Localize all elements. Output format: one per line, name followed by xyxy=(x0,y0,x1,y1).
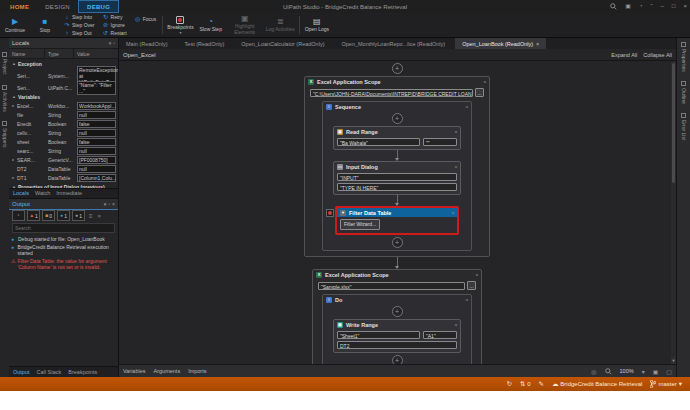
sheet-name-field[interactable]: "Ba Wahala" xyxy=(337,138,420,146)
collapse-activity-icon[interactable]: » xyxy=(464,105,470,108)
breakpoints-button[interactable]: Breakpoints ▾ xyxy=(165,13,195,37)
expand-all-link[interactable]: Expand All xyxy=(611,52,637,58)
collapse-activity-icon[interactable]: » xyxy=(453,130,459,133)
add-activity-node[interactable]: + xyxy=(392,237,403,248)
breakpoint-marker[interactable] xyxy=(326,209,334,217)
slow-step-button[interactable]: ◔ Slow Step xyxy=(196,13,226,37)
dialog-title-field[interactable]: "INPUT" xyxy=(337,173,457,181)
side-panel-tab[interactable]: Properties xyxy=(681,42,687,72)
output-message[interactable]: ● Debug started for file: Open_LoanBook xyxy=(11,236,116,242)
side-panel-tab[interactable]: Snippets xyxy=(2,121,8,147)
output-search-input[interactable] xyxy=(13,225,114,231)
collapse-activity-icon[interactable]: » xyxy=(482,80,488,83)
imports-tab[interactable]: Imports xyxy=(188,368,206,374)
side-panel-tab[interactable]: Activities xyxy=(2,85,8,112)
output-filter-button[interactable]: ■0 xyxy=(42,210,55,221)
locals-row[interactable]: sheet Boolean false xyxy=(9,137,118,146)
highlight-elements-button[interactable]: ▣ Highlight Elements xyxy=(226,13,264,37)
tab-debug[interactable]: DEBUG xyxy=(78,0,119,13)
maximize-button[interactable]: □ xyxy=(672,0,676,13)
read-range-activity[interactable]: ▦ Read Range » "Ba Wahala" "" xyxy=(333,126,461,150)
document-tab[interactable]: Open_LoanBook (ReadOnly) × xyxy=(455,38,546,49)
output-tool-icon[interactable]: ≡ xyxy=(89,213,93,219)
continue-button[interactable]: ▶ Continue xyxy=(0,13,30,37)
feedback-icon[interactable]: ▣ xyxy=(625,0,631,13)
output-tab[interactable]: Call Stack xyxy=(37,369,62,375)
step-button[interactable]: ↑Step Out xyxy=(64,30,95,36)
collapse-activity-icon[interactable]: » xyxy=(450,211,456,214)
git-branch[interactable]: master ▾ xyxy=(650,380,682,388)
refresh-icon[interactable]: ↻ xyxy=(507,380,512,388)
range-field[interactable]: "" xyxy=(423,138,457,146)
locals-tab[interactable]: Watch xyxy=(35,190,50,196)
step-button[interactable]: ↓Step Into xyxy=(64,14,95,20)
variables-tab[interactable]: Variables xyxy=(123,368,146,374)
input-dialog-activity[interactable]: ▭ Input Dialog » "INPUT" "TYPE IN HERE" xyxy=(333,161,461,195)
fit-to-screen-icon[interactable]: ▣ xyxy=(653,368,659,375)
close-icon[interactable]: × xyxy=(112,201,115,207)
source-control-changes[interactable]: ⇅ 0 xyxy=(520,380,531,388)
output-filter-button[interactable]: ◔ xyxy=(12,210,25,221)
add-activity-node[interactable]: + xyxy=(392,306,403,317)
column-type[interactable]: Type xyxy=(45,49,74,58)
pin-icon[interactable]: ▫ xyxy=(108,201,110,207)
stop-button[interactable]: ■ Stop xyxy=(30,13,60,37)
scroll-down-icon[interactable]: ▼ xyxy=(671,357,676,364)
locals-row[interactable]: searc... String null xyxy=(9,146,118,155)
focus-button[interactable]: ◎ Focus xyxy=(135,16,157,22)
open-logs-button[interactable]: ▤ Open Logs xyxy=(302,13,332,37)
tab-home[interactable]: HOME xyxy=(2,0,37,13)
document-tab[interactable]: Open_LoanCalculator (ReadOnly) xyxy=(234,38,334,49)
browse-file-button[interactable]: ... xyxy=(475,88,484,97)
excel-application-scope-2[interactable]: X Excel Application Scope » "Sample.xlsx… xyxy=(312,269,482,364)
workbook-path-field[interactable]: "C:\Users\JOHN-DARA\Documents\INTREPID\B… xyxy=(310,89,473,97)
chevron-down-icon[interactable]: ▾ xyxy=(109,40,112,46)
document-tab[interactable]: Test (ReadOnly) xyxy=(178,38,235,49)
output-tab[interactable]: Breakpoints xyxy=(68,369,97,375)
breadcrumb[interactable]: Open_Excel xyxy=(123,52,156,58)
locals-tab[interactable]: Immediate xyxy=(56,190,82,196)
chevron-down-icon[interactable]: ▾ xyxy=(642,368,645,375)
add-activity-node[interactable]: + xyxy=(392,355,403,364)
filter-data-table-activity[interactable]: ▼ Filter Data Table » Filter Wizard... xyxy=(335,206,459,235)
scrollbar-thumb[interactable] xyxy=(672,63,675,183)
close-button[interactable]: × xyxy=(683,0,687,13)
output-message[interactable]: ⚠ Filter Data Table: the value for argum… xyxy=(11,258,116,270)
filter-wizard-button[interactable]: Filter Wizard... xyxy=(340,219,380,230)
add-activity-node[interactable]: + xyxy=(392,113,403,124)
orchestrator-project[interactable]: ☁ BridgeCredit Balance Retrieval xyxy=(552,380,642,388)
output-filter-button[interactable]: ▲1 xyxy=(27,210,40,221)
pin-icon[interactable]: ▫ xyxy=(113,40,115,46)
output-message[interactable]: ● BridgeCredit Balance Retrieval executi… xyxy=(11,244,116,256)
locals-row[interactable]: cellv... String null xyxy=(9,128,118,137)
locals-row[interactable]: ▸SEAR... GenericV... [PF0008750] xyxy=(9,155,118,164)
excel-application-scope-1[interactable]: X Excel Application Scope » "C:\Users\JO… xyxy=(304,76,490,257)
collapse-activity-icon[interactable]: » xyxy=(453,165,459,168)
log-activities-button[interactable]: ≣ Log Activities xyxy=(264,13,297,37)
workbook-path-field[interactable]: "Sample.xlsx" xyxy=(318,282,465,290)
output-tool-icon[interactable]: × xyxy=(98,213,102,219)
reset-zoom-icon[interactable]: ▢ xyxy=(666,368,672,375)
dialog-label-field[interactable]: "TYPE IN HERE" xyxy=(337,183,457,191)
step-button[interactable]: ↷Step Over xyxy=(64,22,95,28)
browse-file-button[interactable]: ... xyxy=(467,281,476,290)
collapse-ribbon-icon[interactable]: ˆ xyxy=(651,0,653,13)
locals-tab[interactable]: Locals xyxy=(13,190,29,196)
locals-row[interactable]: ▸DT1 DataTable [Column1,Colu... xyxy=(9,173,118,182)
do-sequence-activity[interactable]: ≡ Do » + ▦ Write Range xyxy=(322,294,472,364)
output-filter-button[interactable]: ●1 xyxy=(57,210,70,221)
locals-row[interactable]: ▸Excel... Workbo... WorkbookAppl... xyxy=(9,101,118,110)
document-tab[interactable]: Open_MonthlyLoanRepo...lice (ReadOnly) xyxy=(335,38,456,49)
retry-button[interactable]: ⊘Ignore xyxy=(103,22,127,28)
output-filter-button[interactable]: ●1 xyxy=(72,210,85,221)
side-panel-tab[interactable]: Outline xyxy=(681,81,687,104)
locals-row[interactable]: Enedit Boolean false xyxy=(9,119,118,128)
sequence-activity[interactable]: ≡ Sequence » + ▦ Read Range xyxy=(322,101,472,251)
arguments-tab[interactable]: Arguments xyxy=(154,368,181,374)
locals-row[interactable]: DT2 DataTable null xyxy=(9,164,118,173)
retry-button[interactable]: ↻Retry xyxy=(103,14,127,20)
sheet-name-field[interactable]: "Sheet1" xyxy=(337,331,420,339)
close-tab-icon[interactable]: × xyxy=(536,41,539,47)
chevron-down-icon[interactable]: ▾ xyxy=(104,201,107,207)
search-icon[interactable] xyxy=(610,3,617,10)
